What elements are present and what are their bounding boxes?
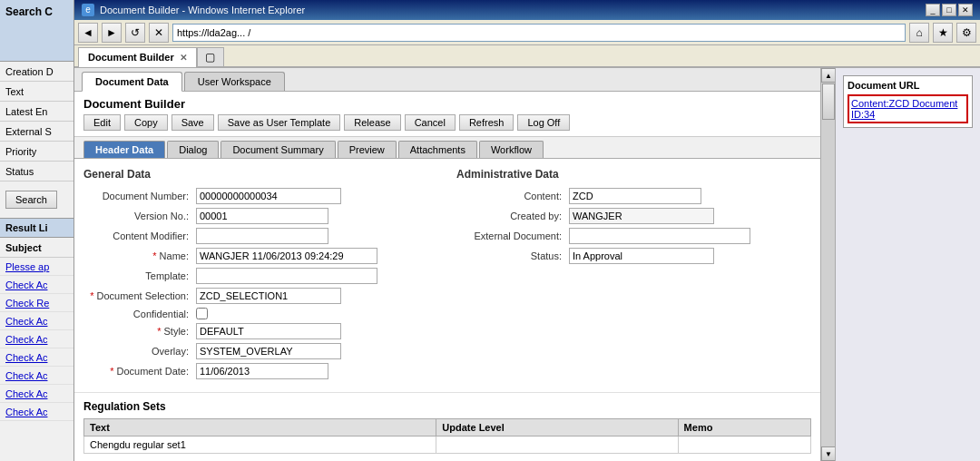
- left-search-panel: Search C Creation D Text Latest En Exter…: [0, 0, 74, 461]
- name-row: Name:: [83, 248, 438, 264]
- regulation-sets-title: Regulation Sets: [83, 400, 811, 413]
- back-button[interactable]: ◄: [78, 23, 98, 43]
- overlay-label: Overlay:: [83, 346, 192, 357]
- release-button[interactable]: Release: [344, 114, 400, 131]
- edit-button[interactable]: Edit: [83, 114, 121, 131]
- doc-selection-label: Document Selection:: [83, 290, 192, 301]
- content-modifier-label: Content Modifier:: [83, 230, 192, 241]
- tab-document-data[interactable]: Document Data: [82, 72, 182, 92]
- doc-number-label: Document Number:: [83, 191, 192, 201]
- status-field: Status: [0, 162, 74, 181]
- stop-button[interactable]: ✕: [149, 23, 169, 43]
- col-update-level: Update Level: [436, 419, 678, 436]
- sub-tab-document-summary[interactable]: Document Summary: [220, 141, 335, 158]
- home-button[interactable]: ⌂: [909, 23, 929, 43]
- doc-builder-title: Document Builder: [83, 97, 811, 111]
- search-button[interactable]: Search: [5, 191, 57, 209]
- tab-close-icon[interactable]: ✕: [180, 53, 187, 63]
- sub-tab-attachments[interactable]: Attachments: [398, 141, 477, 158]
- doc-number-row: Document Number:: [83, 188, 438, 204]
- forward-button[interactable]: ►: [102, 23, 122, 43]
- favorites-button[interactable]: ★: [933, 23, 953, 43]
- admin-data-column: Administrative Data Content: Created by:…: [456, 168, 811, 383]
- result-item[interactable]: Check Ac: [0, 385, 74, 403]
- main-tabs: Document Data User Workspace: [74, 68, 820, 92]
- result-item[interactable]: Check Ac: [0, 367, 74, 385]
- vertical-scrollbar[interactable]: ▲ ▼: [820, 68, 835, 461]
- overlay-row: Overlay:: [83, 343, 438, 359]
- document-url-link[interactable]: Content:ZCD Document ID:34: [848, 94, 968, 123]
- confidential-checkbox[interactable]: [196, 308, 208, 319]
- external-s-field: External S: [0, 122, 74, 142]
- admin-data-title: Administrative Data: [456, 168, 811, 181]
- doc-number-input[interactable]: [196, 188, 341, 204]
- sub-tabs: Header Data Dialog Document Summary Prev…: [74, 137, 820, 159]
- scroll-track[interactable]: [821, 83, 835, 446]
- save-as-template-button[interactable]: Save as User Template: [218, 114, 341, 131]
- reg-update-level-cell: [436, 436, 678, 454]
- name-input[interactable]: [196, 248, 377, 264]
- external-doc-row: External Document:: [456, 228, 811, 244]
- status-input[interactable]: [569, 248, 714, 264]
- copy-button[interactable]: Copy: [124, 114, 168, 131]
- maximize-button[interactable]: □: [942, 4, 956, 16]
- created-by-row: Created by:: [456, 208, 811, 224]
- created-by-input[interactable]: [569, 208, 714, 224]
- doc-date-row: Document Date:: [83, 363, 438, 379]
- window-controls: _ □ ✕: [926, 4, 973, 16]
- result-item[interactable]: Check Ac: [0, 348, 74, 367]
- result-item[interactable]: Check Re: [0, 294, 74, 312]
- version-no-input[interactable]: [196, 208, 328, 224]
- window-title: Document Builder - Windows Internet Expl…: [100, 5, 305, 15]
- result-items-list: Plesse ap Check Ac Check Re Check Ac Che…: [0, 258, 74, 461]
- browser-chrome: e Document Builder - Windows Internet Ex…: [74, 0, 980, 68]
- external-doc-label: External Document:: [456, 230, 565, 241]
- content-modifier-input[interactable]: [196, 228, 328, 244]
- close-button[interactable]: ✕: [958, 4, 973, 16]
- result-item[interactable]: Check Ac: [0, 312, 74, 330]
- external-doc-input[interactable]: [569, 228, 750, 244]
- new-tab-button[interactable]: ▢: [197, 47, 224, 67]
- overlay-input[interactable]: [196, 343, 341, 359]
- subject-header: Subject: [0, 238, 74, 258]
- logoff-button[interactable]: Log Off: [517, 114, 570, 131]
- style-input[interactable]: [196, 323, 341, 339]
- minimize-button[interactable]: _: [926, 4, 940, 16]
- sub-tab-preview[interactable]: Preview: [338, 141, 397, 158]
- style-label: Style:: [83, 326, 192, 337]
- result-list-label: Result Li: [0, 218, 74, 238]
- cancel-button[interactable]: Cancel: [405, 114, 456, 131]
- reload-button[interactable]: ↺: [125, 23, 145, 43]
- address-bar[interactable]: [172, 24, 906, 42]
- new-tab-icon: ▢: [205, 51, 215, 64]
- regulation-sets-table: Text Update Level Memo Chengdu regular s…: [83, 418, 811, 454]
- right-sidebar: Document URL Content:ZCD Document ID:34: [835, 68, 980, 461]
- sub-tab-header-data[interactable]: Header Data: [83, 141, 165, 158]
- doc-selection-input[interactable]: [196, 288, 341, 304]
- refresh-button[interactable]: Refresh: [459, 114, 514, 131]
- scroll-thumb[interactable]: [822, 83, 835, 120]
- latest-en-field: Latest En: [0, 102, 74, 122]
- scroll-down-button[interactable]: ▼: [821, 446, 836, 461]
- result-item[interactable]: Check Ac: [0, 403, 74, 421]
- result-item[interactable]: Check Ac: [0, 330, 74, 348]
- creation-date-field: Creation D: [0, 62, 74, 82]
- template-input[interactable]: [196, 268, 377, 284]
- browser-tab-document-builder[interactable]: Document Builder ✕: [78, 47, 197, 67]
- content-modifier-row: Content Modifier:: [83, 228, 438, 244]
- search-panel-title: Search C: [0, 0, 74, 62]
- version-no-row: Version No.:: [83, 208, 438, 224]
- doc-date-input[interactable]: [196, 363, 328, 379]
- content-input[interactable]: [569, 188, 701, 204]
- result-item[interactable]: Plesse ap: [0, 258, 74, 276]
- save-button[interactable]: Save: [172, 114, 214, 131]
- result-item[interactable]: Check Ac: [0, 276, 74, 294]
- sub-tab-workflow[interactable]: Workflow: [479, 141, 544, 158]
- tab-user-workspace[interactable]: User Workspace: [184, 72, 285, 91]
- tools-button[interactable]: ⚙: [956, 23, 976, 43]
- content-row: Content:: [456, 188, 811, 204]
- created-by-label: Created by:: [456, 211, 565, 221]
- priority-field: Priority: [0, 142, 74, 162]
- scroll-up-button[interactable]: ▲: [821, 68, 836, 83]
- sub-tab-dialog[interactable]: Dialog: [167, 141, 219, 158]
